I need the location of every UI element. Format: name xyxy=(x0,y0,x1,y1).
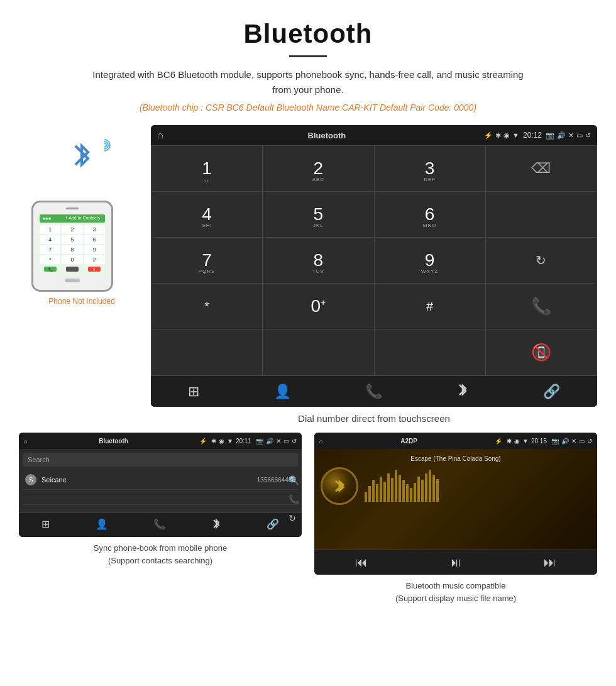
phone-keypad: 1 2 3 4 5 6 7 8 9 * 0 # xyxy=(40,225,105,264)
dial-status-bar: ⌂ Bluetooth ⚡ ✱ ◉ ▼ 20:12 📷 🔊 ✕ ▭ ↺ xyxy=(151,125,597,145)
pb-refresh-icon[interactable]: ↻ xyxy=(289,513,299,523)
pb-toolbar-phone[interactable]: 📞 xyxy=(153,518,166,532)
music-bar xyxy=(365,492,367,502)
pb-vol-icon[interactable]: 🔊 xyxy=(266,438,273,445)
dial-signal-icon: ▼ xyxy=(512,131,519,139)
pb-close-icon[interactable]: ✕ xyxy=(276,438,281,445)
music-cam-icon[interactable]: 📷 xyxy=(551,438,559,445)
phone-mockup: ●●● + Add to Contacts 1 2 3 4 5 6 7 8 9 … xyxy=(31,201,113,292)
music-caption-text: Bluetooth music compatible (Support disp… xyxy=(395,581,516,603)
toolbar-grid-icon[interactable]: ⊞ xyxy=(188,384,199,400)
music-vol-icon[interactable]: 🔊 xyxy=(561,438,569,445)
music-bar xyxy=(406,484,409,502)
key-refresh[interactable]: ↻ xyxy=(486,238,597,283)
phonebook-caption-text: Sync phone-book from mobile phone (Suppo… xyxy=(94,543,227,565)
contact-row[interactable]: S Seicane 13566664466 xyxy=(23,470,298,490)
dial-home-icon[interactable]: ⌂ xyxy=(157,130,163,141)
toolbar-person-icon[interactable]: 👤 xyxy=(274,384,291,400)
dial-window-icon[interactable]: ▭ xyxy=(576,131,583,140)
key-call-red[interactable]: 📵 xyxy=(486,329,597,375)
key-1[interactable]: 1 oo xyxy=(151,146,262,191)
key-9[interactable]: 9 WXYZ xyxy=(375,238,485,283)
dial-action-icons: 📷 🔊 ✕ ▭ ↺ xyxy=(546,131,591,140)
pb-home-icon[interactable]: ⌂ xyxy=(24,438,28,445)
key-4[interactable]: 4 GHI xyxy=(151,192,262,237)
key-6[interactable]: 6 MNO xyxy=(375,192,485,237)
music-back-icon[interactable]: ↺ xyxy=(587,438,592,445)
call-red-icon: 📵 xyxy=(531,343,551,362)
pb-call-icon[interactable]: 📞 xyxy=(289,494,299,504)
music-bar xyxy=(414,483,416,502)
phone-not-included-label: Phone Not Included xyxy=(48,297,114,306)
key-hash[interactable]: # xyxy=(375,284,485,329)
phone-bottom-bar: 📞 ✕ xyxy=(40,267,105,272)
music-bar xyxy=(372,480,375,502)
key-3[interactable]: 3 DEF xyxy=(375,146,485,191)
dial-time: 20:12 xyxy=(523,131,542,140)
phonebook-block: ⌂ Bluetooth ⚡ ✱ ◉ ▼ 20:11 📷 🔊 ✕ ▭ ↺ Sear… xyxy=(19,433,302,604)
music-loc-icon: ◉ xyxy=(514,438,520,445)
pb-toolbar-person[interactable]: 👤 xyxy=(96,518,108,532)
music-home-icon[interactable]: ⌂ xyxy=(319,438,323,445)
backspace-icon[interactable]: ⌫ xyxy=(531,160,551,177)
phone-screen: ●●● + Add to Contacts 1 2 3 4 5 6 7 8 9 … xyxy=(37,212,107,275)
title-divider xyxy=(289,55,327,57)
music-toolbar: ⏮ ⏯ ⏭ xyxy=(314,550,597,575)
contact-letter: S xyxy=(25,474,36,485)
music-bar xyxy=(436,479,439,502)
dial-back-icon[interactable]: ↺ xyxy=(585,131,591,140)
toolbar-phone-icon[interactable]: 📞 xyxy=(365,384,382,400)
dial-volume-icon[interactable]: 🔊 xyxy=(557,131,566,140)
phone-key-star: * xyxy=(40,255,60,264)
toolbar-link-icon[interactable]: 🔗 xyxy=(543,384,560,400)
pb-toolbar: ⊞ 👤 📞 🔗 xyxy=(19,512,302,537)
bluetooth-icon xyxy=(69,140,94,171)
dial-screen: ⌂ Bluetooth ⚡ ✱ ◉ ▼ 20:12 📷 🔊 ✕ ▭ ↺ xyxy=(151,125,597,407)
pb-back-icon[interactable]: ↺ xyxy=(292,438,297,445)
dial-caption: Dial number direct from touchscreen xyxy=(151,407,597,433)
phone-key-7: 7 xyxy=(40,245,60,254)
toolbar-bt-icon[interactable] xyxy=(457,382,468,401)
music-block: ⌂ A2DP ⚡ ✱ ◉ ▼ 20:15 📷 🔊 ✕ ▭ ↺ Escape (T… xyxy=(314,433,597,604)
music-bar xyxy=(380,477,382,502)
pb-toolbar-bt[interactable] xyxy=(212,518,221,532)
phone-screen-header: ●●● + Add to Contacts xyxy=(40,214,105,223)
pb-cam-icon[interactable]: 📷 xyxy=(256,438,263,445)
key-7[interactable]: 7 PQRS xyxy=(151,238,262,283)
search-bar[interactable]: Search xyxy=(23,453,298,467)
main-content: ●●● + Add to Contacts 1 2 3 4 5 6 7 8 9 … xyxy=(0,125,616,433)
music-bar xyxy=(421,480,424,502)
pb-toolbar-link[interactable]: 🔗 xyxy=(267,518,279,532)
pb-win-icon[interactable]: ▭ xyxy=(283,438,289,445)
key-star[interactable]: * xyxy=(151,284,262,329)
phone-mid-btn xyxy=(66,267,79,272)
music-bar xyxy=(387,473,390,502)
music-playpause-icon[interactable]: ⏯ xyxy=(449,555,462,570)
key-call-green[interactable]: 📞 xyxy=(486,284,597,329)
dial-camera-icon[interactable]: 📷 xyxy=(546,131,554,140)
dial-status-icons: ✱ ◉ ▼ xyxy=(495,131,519,140)
music-prev-icon[interactable]: ⏮ xyxy=(355,555,368,570)
search-placeholder: Search xyxy=(28,456,50,463)
music-caption: Bluetooth music compatible (Support disp… xyxy=(395,580,516,604)
dial-close-icon[interactable]: ✕ xyxy=(568,131,574,140)
key-5[interactable]: 5 JKL xyxy=(263,192,373,237)
music-bt-icon: ✱ xyxy=(507,438,512,445)
music-song-title: Escape (The Pina Colada Song) xyxy=(410,455,500,462)
pb-toolbar-grid[interactable]: ⊞ xyxy=(41,518,50,532)
music-close-icon[interactable]: ✕ xyxy=(571,438,576,445)
key-empty-4 xyxy=(263,329,373,375)
music-win-icon[interactable]: ▭ xyxy=(579,438,585,445)
music-next-icon[interactable]: ⏭ xyxy=(544,555,556,570)
music-visualizer xyxy=(365,470,591,502)
call-green-icon: 📞 xyxy=(531,297,551,316)
pb-loc-icon: ◉ xyxy=(219,438,224,445)
key-0[interactable]: 0+ xyxy=(263,284,373,329)
phone-key-3: 3 xyxy=(84,225,105,234)
subtitle-text: Integrated with BC6 Bluetooth module, su… xyxy=(88,67,528,97)
pb-time: 20:11 xyxy=(236,438,251,445)
pb-search-icon[interactable]: 🔍 xyxy=(289,475,299,485)
refresh-icon: ↻ xyxy=(536,253,546,268)
key-8[interactable]: 8 TUV xyxy=(263,238,373,283)
key-2[interactable]: 2 ABC xyxy=(263,146,373,191)
